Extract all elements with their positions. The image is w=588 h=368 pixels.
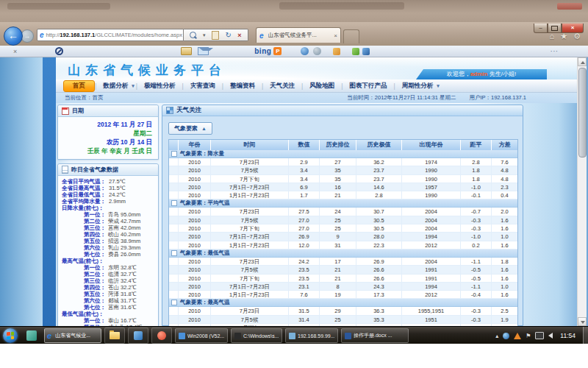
taskbar-window-button[interactable]: Win2008 (V52... [175, 328, 228, 343]
toolbar-app-icon[interactable] [362, 48, 370, 55]
taskbar-window-button[interactable]: C:\Windows\s... [231, 328, 282, 343]
nav-item-4[interactable]: 灾害查询 [184, 80, 222, 92]
table-group-row[interactable]: 气象要素：最高气温 [169, 299, 517, 307]
table-row[interactable]: 20101月1日~7月23日1.7212.81990-0.10.4 [169, 191, 517, 199]
tray-app-icon[interactable] [503, 333, 509, 339]
weather-focus-panel: 天气关注 气象要素 ▲ 年份时间数值历史排位历史极值出现年份距平方差气象要素：降… [162, 105, 523, 326]
table-header-cell[interactable]: 方差 [492, 140, 517, 150]
table-group-row[interactable]: 气象要素：平均气温 [169, 199, 517, 208]
refresh-icon[interactable]: ↻ [225, 31, 231, 39]
table-row[interactable]: 20101月1日~7月23日12.03122.320120.21.6 [169, 241, 517, 250]
table-row[interactable]: 20107月1日~7月23日26.9928.01994-1.01.0 [169, 233, 517, 241]
address-bar[interactable]: e http://192.168.137.1/GLCCLIMATE/module… [37, 29, 184, 41]
nav-item-6[interactable]: 天气关注 [263, 80, 301, 92]
scroll-up-icon[interactable] [578, 57, 587, 66]
nav-item-7[interactable]: 风险地图 [303, 80, 341, 92]
compatibility-icon[interactable] [212, 31, 219, 40]
search-dropdown-icon[interactable]: ▾ [203, 32, 206, 38]
stop-icon[interactable]: × [237, 32, 241, 39]
table-header-cell[interactable]: 出现年份 [402, 140, 461, 150]
table-header-cell[interactable]: 数值 [289, 140, 320, 150]
taskbar-window-button[interactable]: 操作手册.docx ... [341, 328, 409, 343]
table-row[interactable]: 20107月5候23.52126.61991-0.51.6 [169, 266, 517, 274]
table-row[interactable]: 20107月下旬27.02530.52004-0.31.6 [169, 224, 517, 233]
blocker-icon[interactable] [55, 47, 63, 55]
tray-up-icon[interactable]: ▴ [495, 333, 498, 339]
element-filter-button[interactable]: 气象要素 ▲ [168, 122, 212, 135]
back-button[interactable]: ← [4, 26, 23, 46]
info-row: 当前位置：首页 当前时间：2012年11月27日 11:14:31 星期二 用户… [56, 93, 578, 103]
group-toggle-icon[interactable] [171, 300, 177, 305]
table-row[interactable]: 20107月23日27.52430.72004-0.72.0 [169, 208, 517, 216]
table-cell: 7月5候 [211, 216, 289, 224]
toolbar-app-icon[interactable] [313, 47, 321, 55]
table-row[interactable]: 20107月5候31.42535.31951-0.31.9 [169, 316, 517, 324]
table-row[interactable]: 20107月下旬23.52126.61991-0.51.6 [169, 275, 517, 283]
favorites-star-icon[interactable]: ★ [560, 32, 567, 41]
table-row[interactable]: 20101月1日~7月23日7.61917.32012-0.41.6 [169, 291, 517, 299]
group-toggle-icon[interactable] [171, 250, 177, 256]
nav-dropdown-icon[interactable]: ▾ [132, 83, 135, 89]
bing-logo[interactable]: bing [254, 47, 271, 55]
toolbar-app-icon[interactable] [352, 48, 359, 55]
nav-item-9[interactable]: 周期性分析 [395, 80, 440, 92]
windows-flag-icon [7, 332, 14, 340]
table-row[interactable]: 20107月下旬3.43523.719901.84.8 [169, 175, 517, 183]
table-row[interactable]: 20107月23日2.92736.219742.87.6 [169, 158, 517, 166]
nav-item-8[interactable]: 图表下行产品 [343, 80, 394, 92]
table-cell: 27.5 [289, 208, 320, 216]
card-icon[interactable] [181, 47, 192, 55]
nav-item-5[interactable]: 整编资料 [223, 80, 262, 92]
table-header-cell[interactable]: 年份 [179, 140, 211, 150]
group-toggle-icon[interactable] [171, 200, 177, 206]
table-row[interactable]: 20107月5候27.02530.52004-0.31.6 [169, 216, 517, 224]
new-tab-button[interactable] [343, 29, 359, 43]
group-toggle-icon[interactable] [171, 151, 177, 157]
nav-item-2[interactable]: 数据分析 [96, 80, 135, 92]
table-row[interactable]: 20107月1日~7月23日23.1824.31994-1.11.0 [169, 283, 517, 291]
browser-tab[interactable]: e 山东省气候业务平... × [256, 27, 341, 43]
search-icon[interactable] [190, 32, 196, 38]
action-center-flag-icon[interactable]: ⚑ [526, 333, 531, 339]
tab-close-icon[interactable]: × [334, 32, 337, 39]
start-button[interactable] [3, 328, 18, 343]
network-icon[interactable] [535, 332, 544, 339]
table-group-row[interactable]: 气象要素：最低气温 [169, 250, 517, 258]
table-row[interactable]: 20107月23日24.21726.92004-1.11.8 [169, 258, 517, 266]
taskbar-window-button[interactable]: 192.168.59.99... [285, 328, 338, 343]
nav-item-1[interactable]: 首页 [63, 80, 95, 92]
toolbar-app-icon[interactable] [333, 48, 340, 55]
tray-fox-icon[interactable] [514, 333, 521, 339]
toolbar-close-icon[interactable]: × [13, 48, 17, 55]
nav-item-3[interactable]: 极端性分析 [137, 80, 182, 92]
desktop-background [0, 0, 588, 22]
toolbar-more-icon[interactable]: ··· [551, 48, 559, 54]
minimize-button[interactable]: – [534, 24, 548, 33]
table-header-cell[interactable]: 时间 [211, 140, 289, 150]
taskbar-media-button[interactable] [151, 328, 172, 344]
scroll-down-icon[interactable] [578, 317, 587, 326]
table-cell: 29 [320, 307, 356, 315]
table-row[interactable]: 20107月1日~7月23日6.91614.61957-1.02.3 [169, 183, 517, 191]
scrollbar-thumb[interactable] [578, 68, 587, 158]
toolbar-app-icon[interactable] [301, 47, 309, 55]
table-row[interactable]: 20107月5候3.43523.719901.84.8 [169, 166, 517, 174]
taskbar-explorer-button[interactable] [104, 328, 125, 344]
page-scrollbar[interactable] [577, 57, 587, 326]
tools-gear-icon[interactable]: ⚙ [573, 32, 581, 41]
taskbar-app-icon[interactable] [26, 330, 37, 341]
home-icon[interactable]: ⌂ [550, 32, 555, 41]
table-group-row[interactable]: 气象要素：降水量 [169, 150, 517, 158]
clock[interactable]: 11:54 [560, 332, 576, 339]
taskbar-ie-button[interactable]: e 山东省气候业... [44, 328, 101, 343]
table-row[interactable]: 20107月23日31.52936.31955,1951-0.32.5 [169, 307, 517, 315]
table-header-cell[interactable]: 历史排位 [320, 140, 356, 150]
table-header-cell[interactable]: 历史极值 [356, 140, 402, 150]
show-desktop-button[interactable] [583, 327, 588, 344]
table-header-cell[interactable]: 距平 [461, 140, 492, 150]
mail-icon[interactable] [198, 47, 209, 55]
nav-dropdown-icon[interactable]: ▾ [437, 83, 440, 89]
bing-p-icon[interactable]: P [273, 47, 282, 55]
speaker-icon[interactable] [548, 333, 553, 339]
taskbar-app-button[interactable] [128, 328, 148, 344]
